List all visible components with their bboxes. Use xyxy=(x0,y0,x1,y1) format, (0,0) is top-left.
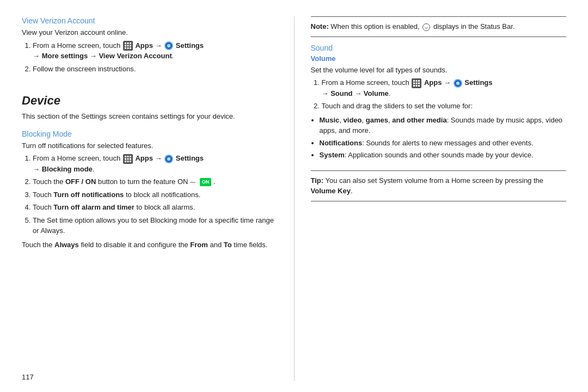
svg-rect-19 xyxy=(416,80,418,82)
blocking-description: Turn off notifications for selected feat… xyxy=(22,140,278,151)
page-number: 117 xyxy=(22,367,278,381)
blocking-extra: Touch the Always field to disable it and… xyxy=(22,240,278,250)
verizon-step-1: From a Home screen, touch xyxy=(33,40,278,62)
bullet-sys-text: : Application sounds and other sounds ma… xyxy=(345,151,534,159)
step1-apps-label: Apps xyxy=(135,41,153,50)
step1-settings-label: Settings xyxy=(176,41,204,50)
bullet-music: Music, video, games, and other media: So… xyxy=(320,115,567,136)
bullet-sys-bold: System xyxy=(320,151,345,159)
tip-prefix: Tip: xyxy=(311,176,324,185)
svg-rect-13 xyxy=(127,158,128,160)
svg-rect-17 xyxy=(130,161,131,162)
settings-icon-2 xyxy=(164,155,173,163)
note-box: Note: When this option is enabled, displ… xyxy=(311,16,567,37)
svg-rect-26 xyxy=(418,85,420,87)
bstep1-apps: Apps xyxy=(135,154,153,162)
svg-rect-5 xyxy=(130,45,131,47)
vstep1-before: From a Home screen, touch xyxy=(322,78,409,87)
note-text: When this option is enabled, xyxy=(330,22,421,30)
volume-bullets: Music, video, games, and other media: So… xyxy=(320,115,567,161)
svg-rect-24 xyxy=(413,85,415,87)
svg-rect-9 xyxy=(125,156,126,157)
volume-title: Volume xyxy=(311,54,567,63)
tip-text: You can also set System volume from a Ho… xyxy=(311,176,544,195)
blocking-step-2: Touch the OFF / ON button to turn the fe… xyxy=(33,176,278,187)
svg-rect-12 xyxy=(125,158,126,160)
svg-rect-22 xyxy=(416,82,418,84)
vstep1-settings: Settings xyxy=(464,78,492,87)
bstep4-bold: Turn off alarm and timer xyxy=(53,203,134,211)
verizon-steps: From a Home screen, touch xyxy=(33,40,278,75)
sound-section: Sound Volume Set the volume level for al… xyxy=(311,44,567,163)
volume-description: Set the volume level for all types of so… xyxy=(311,65,567,76)
svg-rect-4 xyxy=(127,45,128,47)
svg-rect-21 xyxy=(413,82,415,84)
bstep1-before: From a Home screen, touch xyxy=(33,154,120,162)
step1-text-after: → More settings → View Verizon Account. xyxy=(33,52,174,60)
bullet-system: System: Application sounds and other sou… xyxy=(320,150,567,161)
sound-section-title: Sound xyxy=(311,44,567,52)
minus-circle-icon xyxy=(422,23,430,31)
svg-rect-6 xyxy=(125,47,126,49)
verizon-description: View your Verizon account online. xyxy=(22,27,278,38)
svg-rect-1 xyxy=(127,42,128,44)
blocking-step-1: From a Home screen, touch xyxy=(33,153,278,174)
note-suffix: displays in the Status Bar. xyxy=(433,22,515,30)
svg-rect-2 xyxy=(130,42,131,44)
vstep2-text: Touch and drag the sliders to set the vo… xyxy=(322,102,473,110)
step1-arrow: → xyxy=(155,41,162,50)
svg-rect-7 xyxy=(127,47,128,49)
note-prefix: Note: xyxy=(311,22,329,30)
device-description: This section of the Settings screen cont… xyxy=(22,111,278,122)
bstep5-text: The Set time option allows you to set Bl… xyxy=(33,216,274,235)
settings-icon-1 xyxy=(164,41,173,50)
blocking-steps: From a Home screen, touch xyxy=(33,153,278,236)
bullet-music-bold: Music xyxy=(320,116,340,124)
page: View Verizon Account View your Verizon a… xyxy=(0,0,588,392)
bullet-notif-bold: Notifications xyxy=(320,139,363,147)
bstep1-arrow: → xyxy=(155,154,164,162)
device-section: Device This section of the Settings scre… xyxy=(22,87,278,124)
verizon-section: View Verizon Account View your Verizon a… xyxy=(22,16,278,77)
verizon-section-title: View Verizon Account xyxy=(22,16,278,25)
svg-rect-16 xyxy=(127,161,128,162)
svg-rect-18 xyxy=(413,80,415,82)
bullet-notif-text: : Sounds for alerts to new messages and … xyxy=(362,139,533,147)
vstep1-arrow: → xyxy=(444,78,453,87)
svg-rect-0 xyxy=(125,42,126,44)
left-column: View Verizon Account View your Verizon a… xyxy=(22,16,278,381)
svg-rect-20 xyxy=(418,80,420,82)
volume-subsection: Volume Set the volume level for all type… xyxy=(311,54,567,161)
svg-rect-3 xyxy=(125,45,126,47)
verizon-step-2: Follow the onscreen instructions. xyxy=(33,64,278,75)
blocking-section: Blocking Mode Turn off notifications for… xyxy=(22,130,278,253)
blocking-step-4: Touch Turn off alarm and timer to block … xyxy=(33,202,278,213)
blocking-step-3: Touch Turn off notifications to block al… xyxy=(33,189,278,200)
bstep2-before: Touch the OFF / ON button to turn the fe… xyxy=(33,177,190,186)
bstep3-bold: Turn off notifications xyxy=(53,191,124,199)
vstep1-after: → Sound → Volume. xyxy=(322,89,391,97)
svg-rect-10 xyxy=(127,156,128,157)
apps-icon-3 xyxy=(412,78,421,88)
apps-icon-2 xyxy=(123,154,133,164)
device-heading: Device xyxy=(22,94,278,108)
on-box xyxy=(190,182,195,183)
step2-text: Follow the onscreen instructions. xyxy=(33,65,136,73)
volume-step-2: Touch and drag the sliders to set the vo… xyxy=(322,101,567,112)
apps-icon-1 xyxy=(123,41,133,51)
volume-step-1: From a Home screen, touch xyxy=(322,77,567,99)
settings-icon-3 xyxy=(454,79,462,88)
blocking-step-5: The Set time option allows you to set Bl… xyxy=(33,215,278,236)
vstep1-apps: Apps xyxy=(424,78,442,87)
svg-rect-11 xyxy=(130,156,131,157)
blocking-section-title: Blocking Mode xyxy=(22,130,278,138)
bullet-music-text: , video, games, and other media: Sounds … xyxy=(320,116,563,135)
volume-steps: From a Home screen, touch xyxy=(322,77,567,112)
bstep1-after: → Blocking mode. xyxy=(33,165,94,173)
tip-box: Tip: You can also set System volume from… xyxy=(311,170,567,201)
svg-rect-23 xyxy=(418,82,420,84)
step1-text-before: From a Home screen, touch xyxy=(33,41,120,50)
svg-rect-14 xyxy=(130,158,131,160)
on-badge: ON xyxy=(200,178,212,187)
bullet-notifications: Notifications: Sounds for alerts to new … xyxy=(320,138,567,149)
